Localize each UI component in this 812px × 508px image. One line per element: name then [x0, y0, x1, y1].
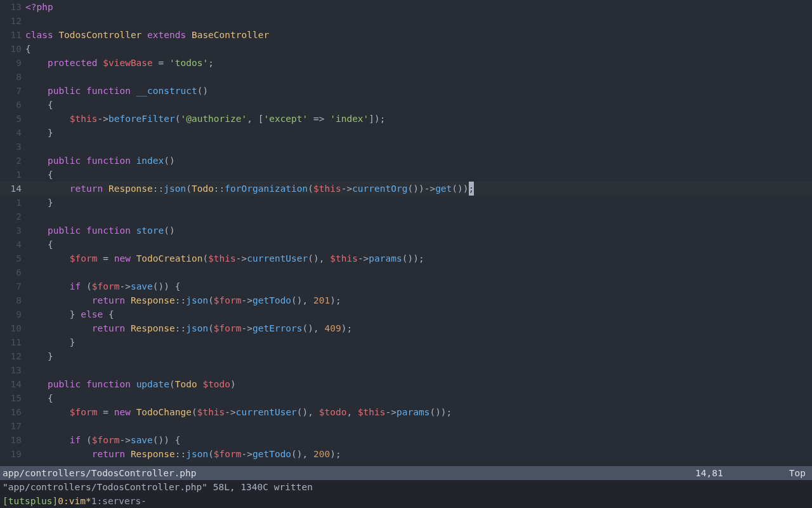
vim-editor[interactable]: 13<?php1211class TodosController extends…: [0, 0, 812, 508]
status-position: 14,81: [695, 466, 771, 480]
line-number: 8: [0, 70, 25, 84]
code-line[interactable]: 11 }: [0, 335, 812, 349]
code-line[interactable]: 14 return Response::json(Todo::forOrgani…: [0, 182, 812, 196]
line-content[interactable]: return Response::json($form->getTodo(), …: [25, 293, 812, 307]
line-content[interactable]: }: [25, 126, 812, 140]
line-content[interactable]: public function __construct(): [25, 84, 812, 98]
line-number: 14: [0, 182, 25, 196]
line-number: 5: [0, 251, 25, 265]
line-number: 9: [0, 307, 25, 321]
code-line[interactable]: 9 protected $viewBase = 'todos';: [0, 56, 812, 70]
line-content[interactable]: if ($form->save()) {: [25, 433, 812, 447]
line-number: 7: [0, 279, 25, 293]
tmux-session-name[interactable]: [tutsplus]: [3, 494, 58, 508]
line-number: 3: [0, 224, 25, 237]
code-line[interactable]: 12 }: [0, 349, 812, 363]
tmux-status-bar[interactable]: [tutsplus] 0:vim* 1:servers-: [0, 494, 812, 508]
line-number: 18: [0, 433, 25, 447]
code-line[interactable]: 8 return Response::json($form->getTodo()…: [0, 293, 812, 307]
line-content[interactable]: {: [25, 168, 812, 182]
code-line[interactable]: 4 }: [0, 126, 812, 140]
status-file: app/controllers/TodosController.php: [3, 466, 695, 480]
code-area[interactable]: 13<?php1211class TodosController extends…: [0, 0, 812, 466]
line-number: 13: [0, 0, 25, 14]
line-content[interactable]: [25, 140, 812, 154]
line-content[interactable]: return Response::json($form->getTodo(), …: [25, 447, 812, 461]
line-content[interactable]: $form = new TodoChange($this->currentUse…: [25, 405, 812, 419]
line-number: 14: [0, 377, 25, 391]
line-number: 11: [0, 28, 25, 42]
code-line[interactable]: 8: [0, 70, 812, 84]
line-content[interactable]: [25, 419, 812, 433]
code-line[interactable]: 6 {: [0, 98, 812, 112]
line-content[interactable]: [25, 265, 812, 279]
line-number: 4: [0, 126, 25, 140]
line-number: 10: [0, 42, 25, 56]
line-content[interactable]: {: [25, 98, 812, 112]
code-line[interactable]: 16 $form = new TodoChange($this->current…: [0, 405, 812, 419]
code-line[interactable]: 4 {: [0, 237, 812, 251]
code-line[interactable]: 10{: [0, 42, 812, 56]
code-line[interactable]: 7 if ($form->save()) {: [0, 279, 812, 293]
code-line[interactable]: 3: [0, 140, 812, 154]
line-number: 8: [0, 293, 25, 307]
line-number: 2: [0, 210, 25, 224]
line-number: 6: [0, 98, 25, 112]
line-content[interactable]: public function store(): [25, 224, 812, 237]
code-line[interactable]: 15 {: [0, 391, 812, 405]
line-content[interactable]: return Response::json($form->getErrors()…: [25, 321, 812, 335]
line-number: 9: [0, 56, 25, 70]
code-line[interactable]: 1 }: [0, 196, 812, 210]
code-line[interactable]: 18 if ($form->save()) {: [0, 433, 812, 447]
line-number: 1: [0, 168, 25, 182]
line-content[interactable]: if ($form->save()) {: [25, 279, 812, 293]
code-line[interactable]: 7 public function __construct(): [0, 84, 812, 98]
vim-write-message: "app/controllers/TodosController.php" 58…: [3, 482, 313, 492]
code-line[interactable]: 13<?php: [0, 0, 812, 14]
line-number: 16: [0, 405, 25, 419]
line-content[interactable]: {: [25, 237, 812, 251]
code-line[interactable]: 1 {: [0, 168, 812, 182]
line-content[interactable]: public function index(): [25, 154, 812, 168]
line-number: 6: [0, 265, 25, 279]
line-number: 2: [0, 154, 25, 168]
line-content[interactable]: [25, 210, 812, 224]
code-line[interactable]: 12: [0, 14, 812, 28]
line-content[interactable]: $this->beforeFilter('@authorize', ['exce…: [25, 112, 812, 126]
code-line[interactable]: 10 return Response::json($form->getError…: [0, 321, 812, 335]
line-content[interactable]: {: [25, 42, 812, 56]
line-number: 12: [0, 349, 25, 363]
code-line[interactable]: 6: [0, 265, 812, 279]
code-line[interactable]: 17: [0, 419, 812, 433]
code-line[interactable]: 13: [0, 363, 812, 377]
code-line[interactable]: 2: [0, 210, 812, 224]
line-content[interactable]: }: [25, 335, 812, 349]
tmux-window-1[interactable]: 1:servers-: [91, 494, 147, 508]
line-number: 5: [0, 112, 25, 126]
code-line[interactable]: 5 $form = new TodoCreation($this->curren…: [0, 251, 812, 265]
code-line[interactable]: 5 $this->beforeFilter('@authorize', ['ex…: [0, 112, 812, 126]
line-number: 3: [0, 140, 25, 154]
line-content[interactable]: protected $viewBase = 'todos';: [25, 56, 812, 70]
line-content[interactable]: {: [25, 391, 812, 405]
line-number: 11: [0, 335, 25, 349]
code-line[interactable]: 19 return Response::json($form->getTodo(…: [0, 447, 812, 461]
code-line[interactable]: 9 } else {: [0, 307, 812, 321]
code-line[interactable]: 3 public function store(): [0, 224, 812, 237]
tmux-window-0[interactable]: 0:vim*: [58, 494, 91, 508]
line-content[interactable]: [25, 14, 812, 28]
line-content[interactable]: }: [25, 349, 812, 363]
code-line[interactable]: 11class TodosController extends BaseCont…: [0, 28, 812, 42]
line-content[interactable]: [25, 70, 812, 84]
code-line[interactable]: 2 public function index(): [0, 154, 812, 168]
line-content[interactable]: } else {: [25, 307, 812, 321]
line-content[interactable]: public function update(Todo $todo): [25, 377, 812, 391]
line-content[interactable]: <?php: [25, 0, 812, 14]
line-content[interactable]: return Response::json(Todo::forOrganizat…: [25, 182, 812, 196]
line-content[interactable]: }: [25, 196, 812, 210]
code-line[interactable]: 14 public function update(Todo $todo): [0, 377, 812, 391]
line-content[interactable]: $form = new TodoCreation($this->currentU…: [25, 251, 812, 265]
line-content[interactable]: [25, 363, 812, 377]
vim-message-line: "app/controllers/TodosController.php" 58…: [0, 480, 812, 494]
line-content[interactable]: class TodosController extends BaseContro…: [25, 28, 812, 42]
